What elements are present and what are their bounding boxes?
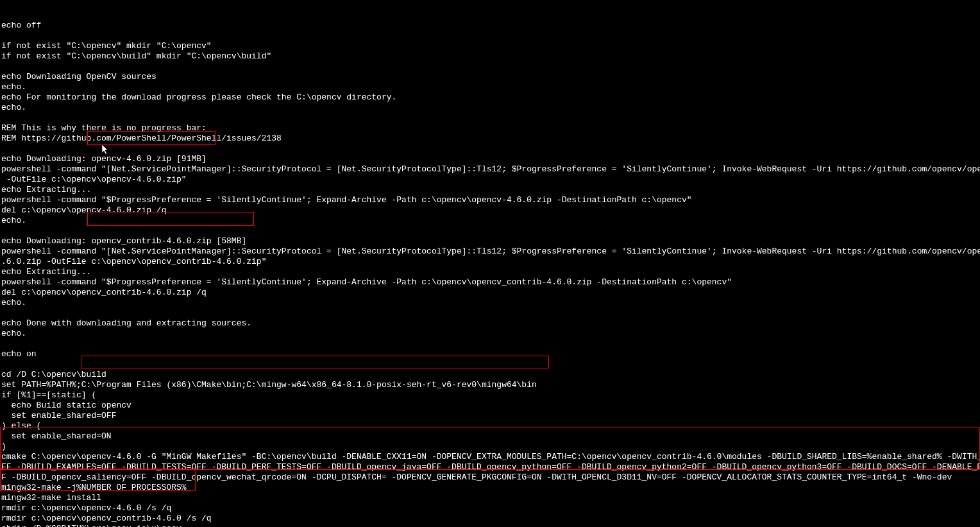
terminal-output[interactable]: echo off if not exist "C:\opencv" mkdir … [0,0,980,527]
terminal-text: echo off if not exist "C:\opencv" mkdir … [1,21,979,527]
